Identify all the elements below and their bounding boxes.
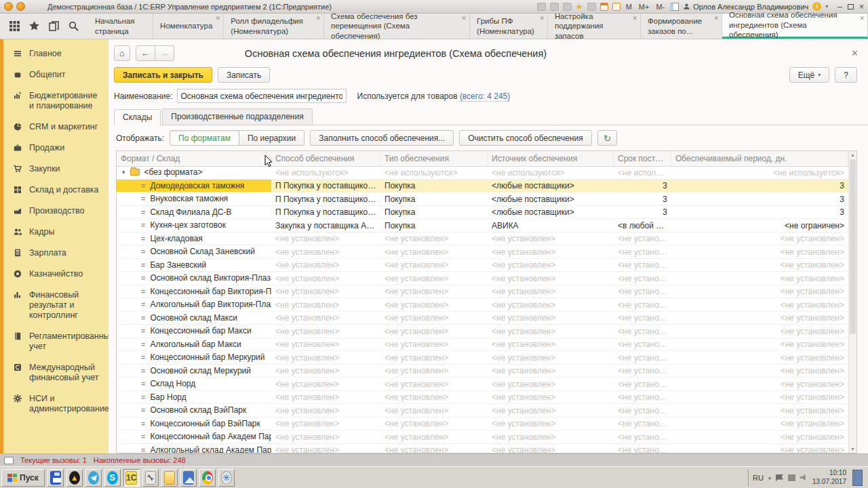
tab-close-icon[interactable]: ✕ bbox=[462, 15, 467, 22]
help-button[interactable]: ? bbox=[835, 67, 857, 83]
form-close-icon[interactable]: ✕ bbox=[851, 49, 859, 58]
cell-term[interactable]: <не установ... bbox=[614, 430, 671, 443]
cell-type[interactable]: <не установлен> bbox=[380, 272, 488, 285]
by-hierarchy-button[interactable]: По иерархии bbox=[239, 130, 304, 146]
cell-source[interactable]: <любые поставщики> bbox=[488, 192, 614, 205]
by-format-button[interactable]: По форматам bbox=[170, 130, 239, 146]
cell-term[interactable]: 3 bbox=[614, 192, 671, 205]
table-row[interactable]: ▾ = Концессионный бар Меркурий <не устан… bbox=[117, 351, 848, 365]
onec-app-icon[interactable]: 1С bbox=[123, 469, 140, 487]
cell-source[interactable]: <не установлен> bbox=[488, 444, 614, 453]
sidebar-item-hr[interactable]: Кадры bbox=[3, 222, 108, 243]
table-row[interactable]: ▾ = Бар Норд <не установлен> <не установ… bbox=[117, 391, 848, 405]
cell-period[interactable]: <не установлен> bbox=[671, 418, 848, 430]
cell-term[interactable]: <не установ... bbox=[614, 312, 671, 325]
calendar-icon[interactable] bbox=[600, 3, 608, 11]
sidebar-item-budgeting[interactable]: Бюджетирование и планирование bbox=[3, 85, 108, 117]
cell-term[interactable]: <не установ... bbox=[614, 418, 671, 430]
column-header[interactable]: Источник обеспечения bbox=[488, 151, 614, 166]
chevron-down-icon[interactable]: ▾ bbox=[825, 3, 828, 9]
cell-term[interactable]: <не установ... bbox=[614, 259, 671, 272]
layout-columns-icon[interactable] bbox=[670, 3, 679, 11]
cell-period[interactable]: <не установлен> bbox=[671, 391, 848, 404]
cell-period[interactable]: <не установлен> bbox=[671, 312, 848, 325]
tab-departments[interactable]: Производственные подразделения bbox=[162, 108, 312, 125]
cell-type[interactable]: <не установлен> bbox=[380, 312, 488, 325]
sidebar-item-intl-finance[interactable]: Международный финансовый учет bbox=[3, 357, 108, 388]
cell-type[interactable]: <не установлен> bbox=[380, 430, 488, 443]
app-tab[interactable]: Начальная страница ✕ bbox=[88, 14, 153, 39]
sidebar-item-production[interactable]: Производство bbox=[3, 201, 108, 222]
cell-period[interactable]: 3 bbox=[671, 180, 848, 192]
cell-term[interactable]: <не установ... bbox=[614, 298, 671, 311]
cell-term[interactable]: <не используется> bbox=[614, 166, 671, 179]
print-icon[interactable] bbox=[550, 3, 559, 11]
cell-type[interactable]: <не установлен> bbox=[380, 245, 488, 258]
cell-type[interactable]: <не установлен> bbox=[380, 365, 488, 378]
cell-period[interactable]: <не установлен> bbox=[671, 378, 848, 390]
table-row[interactable]: ▾ = Концессионный бар ВэйПарк <не устано… bbox=[117, 418, 848, 431]
cell-source[interactable]: <не установлен> bbox=[488, 351, 614, 364]
sidebar-item-payroll[interactable]: Зарплата bbox=[3, 243, 108, 264]
info-icon[interactable]: i bbox=[812, 2, 821, 11]
table-row[interactable]: ▾ = Склад Норд <не установлен> <не устан… bbox=[117, 378, 848, 391]
save-button[interactable]: Записать bbox=[218, 67, 270, 83]
cell-method[interactable]: <не установлен> bbox=[271, 351, 380, 364]
minimize-button[interactable]: – bbox=[837, 3, 842, 11]
tab-close-icon[interactable]: ✕ bbox=[316, 15, 321, 22]
chrome-icon[interactable] bbox=[199, 469, 216, 487]
cell-period[interactable]: <не установлен> bbox=[671, 338, 848, 351]
cell-type[interactable]: Покупка bbox=[380, 180, 488, 192]
cell-source[interactable]: <не установлен> bbox=[488, 285, 614, 298]
app-tab[interactable]: Ролл филадельфия (Номенклатура) ✕ bbox=[224, 14, 324, 39]
save-icon[interactable] bbox=[537, 3, 546, 11]
table-row[interactable]: ▾ = Основной Склад Заневский <не установ… bbox=[117, 245, 848, 259]
cell-source[interactable]: <не установлен> bbox=[488, 430, 614, 443]
cell-source[interactable]: <не установлен> bbox=[488, 245, 614, 258]
cell-period[interactable]: <не ограничен> bbox=[671, 219, 848, 232]
tray-expand-icon[interactable]: ▴ bbox=[768, 474, 771, 481]
cell-method[interactable]: П Покупка у поставщиков - Срок: 3 ... bbox=[271, 192, 380, 205]
tray-volume-icon[interactable] bbox=[800, 474, 808, 481]
column-header[interactable]: Способ обеспечения bbox=[271, 151, 380, 166]
cell-source[interactable]: АВИКА bbox=[488, 219, 614, 232]
cell-type[interactable]: <не установлен> bbox=[380, 378, 488, 390]
calculator-icon[interactable] bbox=[612, 3, 620, 11]
cell-source[interactable]: <любые поставщики> bbox=[488, 180, 614, 192]
cell-method[interactable]: П Покупка у поставщиков - Срок: 3 ... bbox=[271, 180, 380, 192]
cell-method[interactable]: <не используются> bbox=[271, 166, 380, 179]
more-button[interactable]: Ещё▾ bbox=[789, 67, 830, 83]
cell-method[interactable]: <не установлен> bbox=[271, 391, 380, 404]
scrollbar-thumb[interactable] bbox=[850, 159, 856, 334]
cell-period[interactable]: <не установлен> bbox=[671, 285, 848, 298]
table-row[interactable]: ▾ = Склад Филиала ДС-В П Покупка у поста… bbox=[117, 206, 848, 220]
column-header[interactable]: Тип обеспечения bbox=[380, 151, 488, 166]
cell-type[interactable]: <не установлен> bbox=[380, 338, 488, 351]
cell-term[interactable]: <не установ... bbox=[614, 391, 671, 404]
link-icon[interactable] bbox=[587, 3, 596, 11]
photo-viewer-icon[interactable] bbox=[180, 469, 197, 487]
cell-type[interactable]: <не установлен> bbox=[380, 232, 488, 245]
cell-source[interactable]: <не установлен> bbox=[488, 232, 614, 245]
scale-m-plus-button[interactable]: М+ bbox=[637, 3, 651, 11]
table-row[interactable]: ▾ = Концессионный бар Виктория-Плаза <не… bbox=[117, 285, 848, 299]
save-close-button[interactable]: Записать и закрыть bbox=[114, 67, 212, 83]
vertical-scrollbar[interactable]: ▲ ▼ bbox=[848, 151, 856, 453]
scale-m-button[interactable]: М bbox=[625, 3, 633, 11]
cell-period[interactable]: <не установлен> bbox=[671, 404, 848, 417]
cell-period[interactable]: <не установлен> bbox=[671, 259, 848, 272]
cell-type[interactable]: Покупка bbox=[380, 206, 488, 219]
cell-period[interactable]: <не установлен> bbox=[671, 365, 848, 378]
back-button[interactable]: ← bbox=[136, 45, 155, 61]
cell-method[interactable]: <не установлен> bbox=[271, 325, 380, 338]
current-user[interactable]: Орлов Александр Владимирович bbox=[683, 3, 808, 11]
cell-period[interactable]: <не установлен> bbox=[671, 298, 848, 311]
cell-type[interactable]: <не установлен> bbox=[380, 325, 488, 338]
cell-term[interactable]: <не установ... bbox=[614, 272, 671, 285]
table-row[interactable]: ▾ = Основной склад Макси <не установлен>… bbox=[117, 312, 848, 325]
table-row[interactable]: ▾ = Домодедовская таможня П Покупка у по… bbox=[117, 180, 848, 193]
cell-method[interactable]: <не установлен> bbox=[271, 338, 380, 351]
fill-method-button[interactable]: Заполнить способ обеспечения... bbox=[310, 130, 454, 146]
show-desktop-button[interactable] bbox=[852, 470, 863, 486]
app-tab[interactable]: Настройка поддержания запасов ✕ bbox=[548, 14, 641, 39]
